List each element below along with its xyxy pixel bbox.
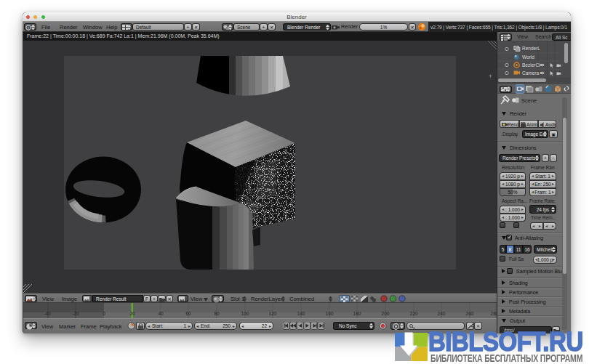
svg-text:i: i bbox=[28, 25, 28, 30]
svg-text:-40: -40 bbox=[44, 311, 51, 316]
svg-text:240: 240 bbox=[438, 311, 446, 316]
svg-text:140: 140 bbox=[297, 311, 305, 316]
svg-text:280: 280 bbox=[491, 311, 497, 316]
svg-text:100: 100 bbox=[241, 311, 249, 316]
svg-text:60: 60 bbox=[185, 311, 191, 316]
svg-text:-20: -20 bbox=[72, 311, 79, 316]
svg-text:40: 40 bbox=[158, 311, 164, 316]
svg-text:80: 80 bbox=[214, 311, 220, 316]
svg-text:200: 200 bbox=[382, 311, 390, 316]
svg-text:160: 160 bbox=[326, 311, 334, 316]
svg-text:220: 220 bbox=[410, 311, 418, 316]
svg-text:260: 260 bbox=[466, 311, 474, 316]
svg-text:20: 20 bbox=[129, 311, 135, 316]
svg-text:120: 120 bbox=[269, 311, 277, 316]
svg-text:0: 0 bbox=[103, 311, 105, 316]
svg-text:180: 180 bbox=[353, 311, 361, 316]
